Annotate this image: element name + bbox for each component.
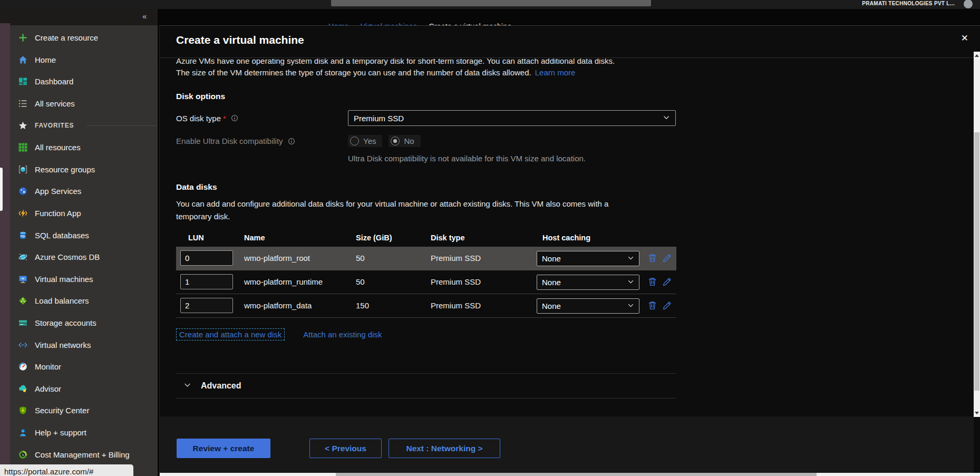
chevron-down-icon — [627, 254, 634, 263]
info-icon[interactable] — [288, 138, 295, 145]
learn-more-link[interactable]: Learn more — [535, 68, 576, 77]
intro-line2: The size of the VM determines the type o… — [176, 68, 531, 77]
sidebar-item-virtual-machines[interactable]: Virtual machines — [10, 268, 158, 290]
chevron-down-icon — [627, 278, 634, 287]
attach-existing-disk-link[interactable]: Attach an existing disk — [303, 330, 382, 339]
sidebar-item-storage-accounts[interactable]: Storage accounts — [10, 312, 158, 334]
chevron-down-icon — [627, 302, 634, 310]
edit-disk-icon[interactable] — [662, 277, 673, 287]
delete-disk-icon[interactable] — [647, 277, 658, 287]
advanced-section-toggle[interactable]: Advanced — [176, 373, 676, 399]
lun-input[interactable] — [180, 274, 233, 289]
delete-disk-icon[interactable] — [647, 300, 658, 311]
disk-size: 50 — [356, 254, 365, 263]
ultra-disk-yes-radio[interactable]: Yes — [348, 135, 382, 147]
sidebar-item-cost-management-billing[interactable]: sCost Management + Billing — [10, 443, 158, 465]
sidebar-item-create-a-resource[interactable]: Create a resource — [10, 27, 158, 49]
sidebar-item-sql-databases[interactable]: SQLSQL databases — [10, 224, 158, 246]
col-name: Name — [244, 234, 265, 242]
cost-icon: s — [18, 450, 27, 459]
host-caching-dropdown[interactable]: None — [537, 275, 639, 290]
data-disks-heading: Data disks — [176, 182, 974, 192]
host-caching-dropdown[interactable]: None — [537, 298, 639, 314]
tenant-name: PRAMATI TECHNOLOGIES PVT L... — [862, 1, 955, 6]
sidebar-collapse-icon[interactable]: « — [142, 12, 147, 21]
sidebar-item-function-app[interactable]: Function App — [10, 202, 158, 225]
sidebar-item-label: FAVORITES — [35, 122, 74, 129]
sidebar-item-all-resources[interactable]: All resources — [10, 137, 158, 159]
scroll-down-arrow-icon[interactable] — [975, 412, 979, 414]
review-create-button[interactable]: Review + create — [177, 439, 270, 458]
cosmos-icon — [18, 252, 27, 262]
lun-input[interactable] — [180, 298, 233, 313]
next-networking-button[interactable]: Next : Networking > — [389, 439, 500, 458]
disk-type: Premium SSD — [431, 277, 481, 286]
vertical-scrollbar[interactable] — [974, 52, 980, 417]
scrollbar-thumb[interactable] — [336, 473, 817, 476]
desc-line1: You can add and configure additional dat… — [176, 199, 608, 208]
ultra-disk-label-col: Enable Ultra Disk compatibility — [176, 137, 348, 145]
sidebar-item-label: Function App — [35, 209, 81, 218]
sidebar-item-label: Advisor — [35, 384, 61, 393]
sidebar-item-security-center[interactable]: Security Center — [10, 400, 158, 422]
info-icon[interactable] — [231, 114, 238, 122]
host-caching-value: None — [542, 254, 561, 263]
ultra-disk-label: Enable Ultra Disk compatibility — [176, 137, 283, 145]
intro-text: Azure VMs have one operating system disk… — [176, 59, 974, 78]
os-disk-type-dropdown[interactable]: Premium SSD — [348, 110, 676, 126]
sidebar-item-dashboard[interactable]: Dashboard — [10, 71, 158, 93]
sidebar-item-label: Azure Cosmos DB — [35, 252, 100, 261]
vnet-icon — [18, 340, 27, 349]
radio-selected-icon — [391, 137, 400, 145]
app-services-icon — [18, 187, 27, 196]
sidebar-item-advisor[interactable]: Advisor — [10, 378, 158, 400]
col-host-caching: Host caching — [542, 234, 590, 242]
sidebar-item-app-services[interactable]: App Services — [10, 180, 158, 202]
sidebar-item-all-services[interactable]: All services — [10, 93, 158, 115]
help-icon — [18, 428, 27, 437]
ultra-no-label: No — [404, 137, 414, 145]
sidebar-item-label: Dashboard — [35, 77, 73, 86]
sidebar-item-home[interactable]: Home — [10, 49, 158, 71]
sidebar-item-load-balancers[interactable]: Load balancers — [10, 290, 158, 312]
global-search-bar[interactable] — [331, 0, 651, 6]
host-caching-dropdown[interactable]: None — [537, 251, 639, 266]
sidebar-item-virtual-networks[interactable]: Virtual networks — [10, 334, 158, 356]
edit-disk-icon[interactable] — [662, 300, 673, 311]
os-disk-type-value: Premium SSD — [354, 114, 404, 123]
sidebar-item-help-support[interactable]: Help + support — [10, 422, 158, 444]
azure-portal-screen: PRAMATI TECHNOLOGIES PVT L... « Create a… — [0, 0, 980, 476]
previous-button[interactable]: < Previous — [309, 439, 382, 458]
disk-size: 50 — [356, 277, 365, 286]
account-avatar[interactable] — [964, 0, 973, 8]
scrollbar-thumb[interactable] — [974, 132, 979, 391]
all-services-icon — [18, 99, 27, 109]
load-balancer-icon — [18, 296, 27, 306]
delete-disk-icon[interactable] — [647, 253, 658, 264]
section-divider — [86, 125, 158, 126]
sidebar-item-label: Home — [35, 55, 56, 64]
sidebar-item-resource-groups[interactable]: Resource groups — [10, 159, 158, 181]
create-attach-new-disk-link[interactable]: Create and attach a new disk — [176, 328, 285, 341]
disk-size: 150 — [356, 301, 369, 310]
sidebar-item-label: Storage accounts — [35, 318, 96, 327]
lun-input[interactable] — [180, 250, 233, 266]
sidebar-item-label: App Services — [35, 187, 81, 196]
sidebar-item-label: Virtual machines — [35, 275, 93, 284]
edit-disk-icon[interactable] — [662, 253, 673, 264]
panel-title-bar: Create a virtual machine ✕ — [160, 26, 980, 58]
security-icon — [18, 406, 27, 415]
scroll-up-arrow-icon[interactable] — [975, 54, 979, 57]
sidebar-item-label: Resource groups — [35, 165, 95, 174]
sidebar-item-azure-cosmos-db[interactable]: Azure Cosmos DB — [10, 246, 158, 268]
data-disks-table: LUN Name Size (GiB) Disk type Host cachi… — [176, 231, 676, 318]
sidebar-item-monitor[interactable]: Monitor — [10, 356, 158, 378]
close-icon[interactable]: ✕ — [961, 33, 968, 44]
svg-text:s: s — [22, 452, 23, 456]
chevron-down-icon — [183, 381, 191, 391]
ultra-disk-no-radio[interactable]: No — [389, 135, 420, 147]
sidebar-item-label: Load balancers — [35, 296, 89, 305]
sidebar-item-label: Help + support — [35, 428, 86, 437]
horizontal-scrollbar[interactable] — [160, 473, 980, 476]
col-size: Size (GiB) — [356, 234, 392, 242]
